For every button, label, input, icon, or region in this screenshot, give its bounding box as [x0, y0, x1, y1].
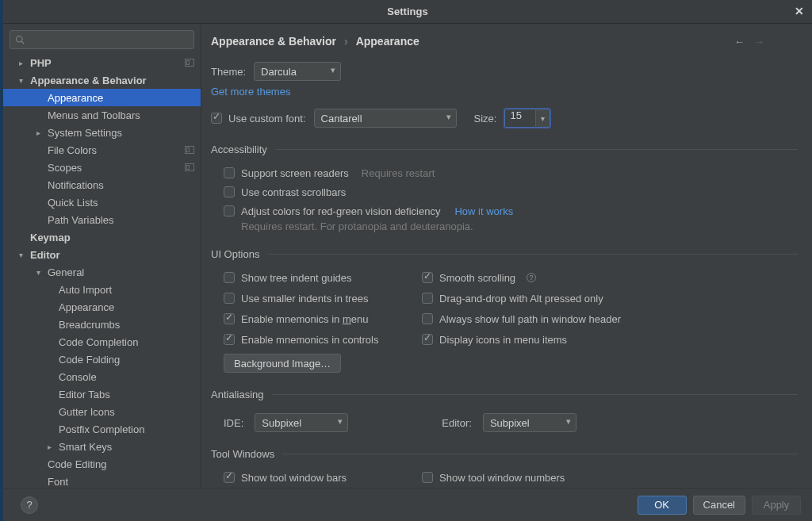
- t: enu: [351, 313, 369, 325]
- screen-readers-checkbox[interactable]: [224, 167, 235, 178]
- tree-label: Quick Lists: [48, 197, 98, 209]
- nav-forward-icon[interactable]: →: [754, 36, 764, 48]
- get-more-themes-link[interactable]: Get more themes: [211, 86, 290, 98]
- smooth-scroll-check[interactable]: Smooth scrolling?: [422, 268, 798, 287]
- aa-editor-combo[interactable]: Subpixel: [483, 413, 576, 432]
- screen-readers-hint: Requires restart: [362, 167, 435, 179]
- svg-point-0: [17, 36, 23, 43]
- get-themes-row: Get more themes: [211, 86, 798, 98]
- tree-row[interactable]: Keymap: [3, 228, 201, 246]
- tree-row[interactable]: Code Editing: [3, 455, 201, 473]
- tree-label: Appearance: [48, 92, 103, 104]
- tree-guides-checkbox[interactable]: [224, 272, 235, 283]
- tw-numbers-label: Show tool window numbers: [439, 472, 565, 484]
- search-input[interactable]: [10, 30, 194, 49]
- dnd-alt-check[interactable]: Drag-and-drop with Alt pressed only: [422, 289, 798, 308]
- tree-row[interactable]: Postfix Completion: [3, 420, 201, 438]
- tree-row[interactable]: Appearance: [3, 89, 201, 106]
- project-scope-icon: [185, 59, 194, 67]
- ok-button[interactable]: OK: [638, 496, 687, 515]
- tree-row[interactable]: Editor Tabs: [3, 385, 201, 403]
- tree-row[interactable]: Console: [3, 368, 201, 385]
- tree-row[interactable]: ▸PHP: [3, 54, 201, 71]
- tw-bars-checkbox[interactable]: [224, 472, 235, 483]
- theme-row: Theme: Darcula: [211, 62, 798, 81]
- tree-row[interactable]: Notifications: [3, 176, 201, 193]
- section-title-tw: Tool Windows: [211, 448, 798, 460]
- tw-numbers-checkbox[interactable]: [422, 472, 433, 483]
- font-size-stepper[interactable]: 15: [504, 109, 550, 128]
- font-size-input[interactable]: 15: [504, 109, 536, 128]
- tree-row[interactable]: Code Folding: [3, 351, 201, 368]
- font-family-combo[interactable]: Cantarell: [314, 109, 457, 128]
- theme-value: Darcula: [261, 66, 297, 78]
- aa-title: Antialiasing: [211, 389, 264, 400]
- tw-title: Tool Windows: [211, 448, 274, 460]
- icons-menu-check[interactable]: Display icons in menu items: [422, 330, 798, 349]
- content-pane: Appearance & Behavior › Appearance ← → T…: [201, 24, 812, 488]
- tree-guides-check[interactable]: Show tree indent guides: [224, 268, 406, 287]
- color-deficiency-checkbox[interactable]: [224, 205, 235, 216]
- tree-row[interactable]: Menus and Toolbars: [3, 106, 201, 124]
- full-path-checkbox[interactable]: [422, 313, 433, 324]
- tree-row[interactable]: Quick Lists: [3, 193, 201, 211]
- nav-arrows: ← →: [734, 36, 772, 48]
- tree-row[interactable]: Breadcrumbs: [3, 316, 201, 333]
- icons-menu-checkbox[interactable]: [422, 334, 433, 345]
- tree-row[interactable]: Appearance: [3, 298, 201, 316]
- settings-tree[interactable]: ▸PHP▾Appearance & BehaviorAppearanceMenu…: [3, 54, 201, 488]
- divider: [267, 254, 798, 255]
- tree-row[interactable]: ▾Appearance & Behavior: [3, 71, 201, 89]
- cancel-button[interactable]: Cancel: [693, 496, 745, 515]
- font-size-step[interactable]: [536, 109, 550, 128]
- mnemonics-menu-checkbox[interactable]: [224, 313, 235, 324]
- breadcrumb-root: Appearance & Behavior: [211, 35, 336, 48]
- tree-row[interactable]: Gutter Icons: [3, 403, 201, 420]
- tool-windows-section: Tool Windows Show tool window bars Show …: [211, 448, 798, 487]
- tree-row[interactable]: ▾Editor: [3, 246, 201, 263]
- accessibility-body: Support screen readers Requires restart …: [211, 155, 798, 232]
- close-icon[interactable]: ✕: [795, 5, 804, 17]
- tree-row[interactable]: Font: [3, 473, 201, 488]
- smooth-scroll-checkbox[interactable]: [422, 272, 433, 283]
- tree-row[interactable]: Code Completion: [3, 333, 201, 351]
- use-custom-font-check[interactable]: Use custom font:: [211, 109, 306, 128]
- full-path-check[interactable]: Always show full path in window header: [422, 309, 798, 328]
- use-custom-font-checkbox[interactable]: [211, 113, 222, 124]
- tree-label: Appearance: [59, 301, 114, 313]
- tree-row[interactable]: Auto Import: [3, 281, 201, 298]
- mnemonics-menu-check[interactable]: Enable mnemonics in menu: [224, 309, 406, 328]
- help-button[interactable]: ?: [21, 496, 38, 514]
- tree-row[interactable]: Path Variables: [3, 211, 201, 228]
- use-custom-font-label: Use custom font:: [228, 113, 306, 125]
- smaller-indents-checkbox[interactable]: [224, 293, 235, 304]
- info-icon[interactable]: ?: [527, 273, 536, 282]
- how-it-works-link[interactable]: How it works: [454, 205, 513, 217]
- theme-combo[interactable]: Darcula: [254, 62, 341, 81]
- form-area[interactable]: Theme: Darcula Get more themes Use custo…: [201, 56, 812, 488]
- tree-row[interactable]: Scopes: [3, 159, 201, 176]
- breadcrumb-leaf: Appearance: [356, 35, 419, 48]
- mnemonics-controls-check[interactable]: Enable mnemonics in controls: [224, 330, 406, 349]
- tree-row[interactable]: File Colors: [3, 141, 201, 159]
- tree-label: Editor: [30, 249, 60, 261]
- tree-row[interactable]: ▾General: [3, 263, 201, 281]
- tree-label: File Colors: [48, 144, 97, 156]
- smaller-indents-check[interactable]: Use smaller indents in trees: [224, 289, 406, 308]
- divider: [275, 149, 798, 150]
- apply-button[interactable]: Apply: [752, 496, 801, 515]
- full-path-label: Always show full path in window header: [439, 313, 621, 325]
- chevron-right-icon: ›: [344, 35, 348, 48]
- tw-bars-label: Show tool window bars: [241, 472, 347, 484]
- contrast-scrollbars-checkbox[interactable]: [224, 186, 235, 197]
- dnd-alt-checkbox[interactable]: [422, 293, 433, 304]
- background-image-button[interactable]: Background Image…: [224, 354, 341, 373]
- tw-numbers-check[interactable]: Show tool window numbers: [422, 468, 798, 487]
- bg-image-row: Background Image…: [224, 354, 798, 373]
- nav-back-icon[interactable]: ←: [734, 36, 745, 48]
- aa-ide-combo[interactable]: Subpixel: [255, 413, 348, 432]
- mnemonics-controls-checkbox[interactable]: [224, 334, 235, 345]
- tree-row[interactable]: ▸System Settings: [3, 124, 201, 141]
- tree-row[interactable]: ▸Smart Keys: [3, 438, 201, 455]
- tw-bars-check[interactable]: Show tool window bars: [224, 468, 406, 487]
